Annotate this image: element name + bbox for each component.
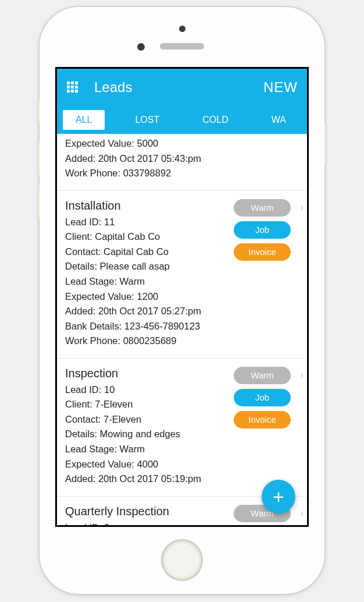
home-button[interactable] [161,539,203,581]
chevron-right-icon: › [300,507,304,519]
action-pills: Warm Job Invoice [234,367,291,433]
work-phone: Work Phone: 0800235689 [65,334,299,349]
action-pills: Warm Job Invoice [234,199,291,265]
front-camera [137,43,145,51]
stage-pill-warm[interactable]: Warm [234,367,291,384]
invoice-button[interactable]: Invoice [234,411,291,429]
tab-cold[interactable]: COLD [190,110,241,130]
added-date: Added: 20th Oct 2017 05:43:pm [65,151,299,167]
menu-grid-icon[interactable] [66,81,79,94]
phone-power-button [324,123,327,164]
job-button[interactable]: Job [234,221,291,239]
job-button[interactable]: Job [234,389,291,406]
leads-list[interactable]: Expected Value: 5000 Added: 20th Oct 201… [57,134,307,525]
work-phone: Work Phone: 033798892 [65,166,299,181]
lead-stage: Lead Stage: Warm [65,442,299,457]
added-date: Added: 20th Oct 2017 05:19:pm [65,472,299,487]
expected-value: Expected Value: 1200 [65,289,299,304]
phone-mute-switch [37,100,40,123]
screen: Leads NEW ALL LOST COLD WA Expected Valu… [55,67,309,527]
chevron-right-icon: › [300,369,304,381]
expected-value: Expected Value: 5000 [65,136,299,151]
tab-all[interactable]: ALL [63,110,105,130]
filter-tabs: ALL LOST COLD WA [57,106,307,134]
lead-stage: Lead Stage: Warm [65,274,299,289]
lead-card[interactable]: › Warm Job Invoice Inspection Lead ID: 1… [57,359,307,497]
phone-frame: Leads NEW ALL LOST COLD WA Expected Valu… [40,7,324,594]
bank-details: Bank Details: 123-456-7890123 [65,319,299,334]
fab-add-button[interactable]: + [262,480,295,514]
tab-warm[interactable]: WA [259,110,286,130]
page-title: Leads [94,79,263,95]
expected-value: Expected Value: 4000 [65,457,299,472]
invoice-button[interactable]: Invoice [234,243,291,261]
phone-volume-up [37,141,40,176]
new-button[interactable]: NEW [263,79,298,95]
tab-lost[interactable]: LOST [122,110,172,130]
phone-volume-down [37,185,40,219]
app-header: Leads NEW [57,69,307,106]
chevron-right-icon: › [300,201,304,214]
earpiece-speaker [160,43,204,49]
lead-card-partial[interactable]: Expected Value: 5000 Added: 20th Oct 201… [57,134,307,191]
proximity-sensor [179,26,185,32]
lead-card[interactable]: › Warm Job Invoice Installation Lead ID:… [57,191,307,359]
added-date: Added: 20th Oct 2017 05:27:pm [65,304,299,319]
stage-pill-warm[interactable]: Warm [234,199,291,217]
